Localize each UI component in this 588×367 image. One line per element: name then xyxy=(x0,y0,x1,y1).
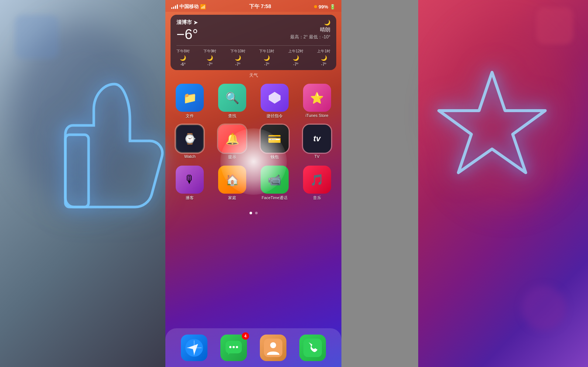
hour-time: 下午10时 xyxy=(230,49,245,54)
page-dot-1[interactable] xyxy=(250,212,252,214)
app-icon-home: 🏠 xyxy=(218,166,246,194)
app-label-tv: TV xyxy=(314,154,320,159)
dock-icon-phone xyxy=(299,335,326,361)
app-icon-facetime: 📹 xyxy=(261,166,289,194)
hour-temp: -7° xyxy=(321,62,326,66)
app-item-reminder[interactable]: 🔔 提示 xyxy=(213,125,252,160)
hour-time: 上午1时 xyxy=(317,49,330,54)
app-label-watch: Watch xyxy=(184,154,196,159)
signal-bar-1 xyxy=(171,7,172,9)
hour-moon-icon: 🌙 xyxy=(180,55,186,61)
app-label-facetime: FaceTime通话 xyxy=(262,195,288,201)
hour-moon-icon: 🌙 xyxy=(235,55,241,61)
app-icon-tv: tv xyxy=(303,125,331,153)
signal-bar-3 xyxy=(175,6,176,9)
dock-item-messages[interactable]: 4 xyxy=(220,335,247,361)
svg-point-10 xyxy=(236,346,238,348)
battery-dot xyxy=(314,5,317,8)
app-item-itunes[interactable]: ⭐ iTunes Store xyxy=(298,84,336,119)
app-label-podcasts: 播客 xyxy=(186,195,194,201)
dock-icon-contacts xyxy=(260,335,286,361)
weather-city: 淄博市 ➤ 🌙 xyxy=(176,19,330,26)
app-icon-wallet: 💳 xyxy=(261,125,289,153)
app-item-shortcuts[interactable]: 捷径指令 xyxy=(255,84,294,119)
battery-percent: 99% xyxy=(319,4,328,10)
dock: 4 xyxy=(165,328,341,367)
hour-time: 下午9时 xyxy=(203,49,217,54)
status-bar: 中国移动 📶 下午 7:58 99% 🔋 xyxy=(165,0,341,12)
svg-point-9 xyxy=(233,346,235,348)
app-item-podcasts[interactable]: 🎙 播客 xyxy=(171,166,209,201)
signal-bars xyxy=(171,4,178,9)
app-item-home[interactable]: 🏠 家庭 xyxy=(213,166,252,201)
app-icon-podcasts: 🎙 xyxy=(176,166,204,194)
weather-condition: 晴朗 xyxy=(290,27,330,33)
weather-main: −6° 晴朗 最高：2° 最低：-10° xyxy=(176,27,330,42)
hour-temp: -7° xyxy=(207,62,213,66)
app-label-music: 音乐 xyxy=(313,195,321,201)
svg-point-12 xyxy=(270,342,276,348)
app-label-find: 查找 xyxy=(228,113,236,119)
weather-widget[interactable]: 淄博市 ➤ 🌙 −6° 晴朗 最高：2° 最低：-10° 下午8时 🌙 -6° … xyxy=(171,15,336,70)
app-icon-shortcuts xyxy=(261,84,289,112)
app-item-facetime[interactable]: 📹 FaceTime通话 xyxy=(255,166,294,201)
app-item-wallet[interactable]: 💳 钱包 xyxy=(255,125,294,160)
status-right: 99% 🔋 xyxy=(314,4,336,10)
app-item-files[interactable]: 📁 文件 xyxy=(171,84,209,119)
wifi-icon: 📶 xyxy=(200,4,206,10)
weather-app-label: 天气 xyxy=(165,72,341,79)
current-temperature: −6° xyxy=(176,27,198,42)
status-time: 下午 7:58 xyxy=(249,3,271,10)
app-item-tv[interactable]: tv TV xyxy=(298,125,336,160)
signal-bar-2 xyxy=(173,7,174,9)
dock-icon-messages: 4 xyxy=(220,335,247,361)
app-icon-find: 🔍 xyxy=(218,84,246,112)
app-grid: 📁 文件 🔍 查找 捷径指令 ⭐ iTunes Store ⌚ Watch 🔔 … xyxy=(165,80,341,204)
hourly-item: 下午10时 🌙 -7° xyxy=(230,49,245,66)
hourly-item: 下午9时 🌙 -7° xyxy=(203,49,217,66)
svg-point-8 xyxy=(229,346,231,348)
app-item-music[interactable]: 🎵 音乐 xyxy=(298,166,336,201)
app-label-reminder: 提示 xyxy=(228,154,236,160)
temp-low: 最低：-10° xyxy=(309,34,330,39)
bg-icon-left xyxy=(15,15,59,59)
app-label-home: 家庭 xyxy=(228,195,236,201)
app-label-itunes: iTunes Store xyxy=(306,113,329,118)
weather-hourly: 下午8时 🌙 -6° 下午9时 🌙 -7° 下午10时 🌙 -7° 下午11时 … xyxy=(176,45,330,66)
hour-temp: -6° xyxy=(180,62,186,66)
hour-moon-icon: 🌙 xyxy=(293,55,299,61)
app-item-watch[interactable]: ⌚ Watch xyxy=(171,125,209,160)
hour-moon-icon: 🌙 xyxy=(321,55,327,61)
weather-high: 最高：2° 最低：-10° xyxy=(290,34,330,40)
page-dot-2[interactable] xyxy=(255,212,258,214)
bg-icon-right-bottom xyxy=(522,286,566,330)
hour-time: 下午11时 xyxy=(259,49,274,54)
hourly-item: 下午8时 🌙 -6° xyxy=(176,49,190,66)
hour-moon-icon: 🌙 xyxy=(207,55,213,61)
dock-icon-safari xyxy=(181,335,207,361)
dock-item-phone[interactable] xyxy=(299,335,326,361)
city-name: 淄博市 xyxy=(176,19,192,26)
hour-temp: -7° xyxy=(293,62,298,66)
hourly-item: 上午1时 🌙 -7° xyxy=(317,49,330,66)
app-icon-music: 🎵 xyxy=(303,166,331,194)
temp-high: 最高：2° xyxy=(290,34,307,39)
bg-icon-right-top xyxy=(536,7,573,44)
thumbs-up-icon xyxy=(63,74,166,214)
star-icon xyxy=(433,66,551,184)
dock-item-safari[interactable] xyxy=(181,335,207,361)
app-icon-reminder: 🔔 xyxy=(218,125,246,153)
battery-icon: 🔋 xyxy=(330,4,336,10)
app-label-shortcuts: 捷径指令 xyxy=(267,113,283,119)
hourly-item: 下午11时 🌙 -7° xyxy=(259,49,274,66)
app-label-files: 文件 xyxy=(186,113,194,119)
hour-time: 上午12时 xyxy=(288,49,303,54)
moon-icon: 🌙 xyxy=(324,20,330,25)
app-item-find[interactable]: 🔍 查找 xyxy=(213,84,252,119)
hour-temp: -7° xyxy=(264,62,269,66)
svg-marker-1 xyxy=(269,92,281,104)
phone-screen: 中国移动 📶 下午 7:58 99% 🔋 淄博市 ➤ 🌙 −6° 晴朗 最高：2… xyxy=(165,0,341,367)
hourly-item: 上午12时 🌙 -7° xyxy=(288,49,303,66)
dock-item-contacts[interactable] xyxy=(260,335,286,361)
svg-rect-0 xyxy=(65,135,89,207)
